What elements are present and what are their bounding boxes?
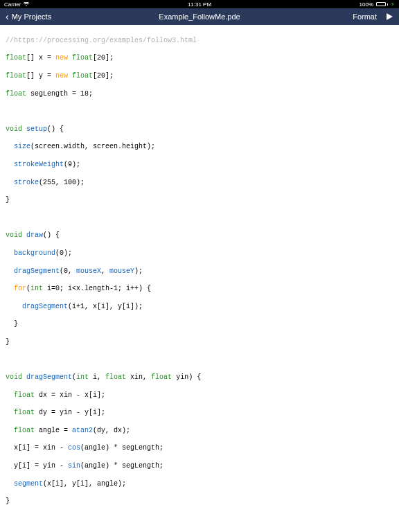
code-line: x[i] = xin - cos(angle) * segLength; — [6, 444, 393, 453]
status-time: 11:31 PM — [188, 1, 211, 8]
charging-icon: ⚡︎ — [391, 1, 395, 8]
status-right: 100% ⚡︎ — [360, 1, 395, 8]
code-line: stroke(255, 100); — [6, 179, 393, 188]
code-line: for(int i=0; i<x.length-1; i++) { — [6, 285, 393, 294]
wifi-icon — [24, 1, 29, 8]
code-line: dragSegment(0, mouseX, mouseY); — [6, 267, 393, 276]
battery-icon — [376, 2, 388, 6]
code-line: strokeWeight(9); — [6, 161, 393, 170]
status-left: Carrier — [4, 1, 29, 8]
code-line: void setup() { — [6, 125, 393, 134]
code-line — [6, 214, 393, 223]
code-line: float angle = atan2(dy, dx); — [6, 427, 393, 436]
code-line: float[] y = new float[20]; — [6, 72, 393, 81]
carrier-label: Carrier — [4, 1, 21, 8]
status-bar: Carrier 11:31 PM 100% ⚡︎ — [0, 0, 399, 8]
format-button[interactable]: Format — [353, 12, 377, 21]
code-line: } — [6, 196, 393, 205]
code-line: background(0); — [6, 249, 393, 258]
code-line: } — [6, 497, 393, 506]
code-line: y[i] = yin - sin(angle) * segLength; — [6, 462, 393, 471]
code-line: void dragSegment(int i, float xin, float… — [6, 373, 393, 382]
back-button[interactable]: ‹ My Projects — [6, 12, 51, 21]
code-line: size(screen.width, screen.height); — [6, 143, 393, 152]
code-line: void draw() { — [6, 231, 393, 240]
code-line: dragSegment(i+1, x[i], y[i]); — [6, 303, 393, 312]
nav-bar: ‹ My Projects Example_FollowMe.pde Forma… — [0, 8, 399, 25]
page-title: Example_FollowMe.pde — [159, 12, 240, 21]
code-line: float dx = xin - x[i]; — [6, 391, 393, 400]
code-line: } — [6, 338, 393, 347]
code-line: //https://processing.org/examples/follow… — [6, 37, 393, 46]
code-line — [6, 355, 393, 364]
code-line: float dy = yin - y[i]; — [6, 409, 393, 418]
play-icon[interactable] — [385, 12, 393, 21]
code-line — [6, 515, 393, 524]
chevron-left-icon: ‹ — [6, 12, 9, 21]
code-line: float[] x = new float[20]; — [6, 54, 393, 63]
code-line: } — [6, 320, 393, 329]
code-line: segment(x[i], y[i], angle); — [6, 480, 393, 489]
back-label: My Projects — [12, 12, 51, 21]
code-line: float segLength = 18; — [6, 90, 393, 99]
code-line — [6, 107, 393, 116]
code-editor[interactable]: //https://processing.org/examples/follow… — [0, 25, 399, 532]
battery-pct: 100% — [360, 1, 373, 8]
